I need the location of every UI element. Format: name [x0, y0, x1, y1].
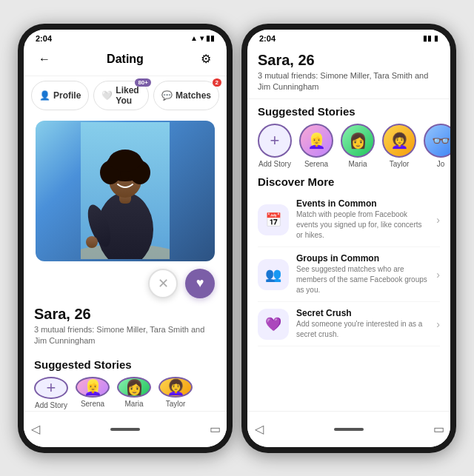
battery-icon: ▮▮	[206, 34, 215, 42]
profile-name-2: Sara, 26	[258, 52, 440, 69]
taylor-label: Taylor	[166, 400, 186, 408]
discover-secret-crush[interactable]: 💜 Secret Crush Add someone you're intere…	[258, 302, 440, 346]
jo-avatar-2: 👓	[424, 124, 450, 158]
groups-icon: 👥	[265, 267, 281, 283]
groups-icon-wrap: 👥	[258, 259, 289, 290]
back-button[interactable]: ←	[34, 49, 55, 70]
taylor-avatar: 👩‍🦱	[158, 377, 193, 398]
nav-square-2[interactable]: ▭	[427, 418, 450, 441]
story-maria[interactable]: 👩 Maria	[117, 377, 151, 407]
maria-label-2: Maria	[348, 160, 367, 168]
nav-back-2[interactable]: ◁	[247, 418, 271, 441]
events-desc: Match with people from Facebook events y…	[296, 209, 429, 241]
discover-events[interactable]: 📅 Events in Common Match with people fro…	[258, 192, 440, 247]
add-story-icon-2: +	[258, 124, 292, 158]
groups-text: Groups in Common See suggested matches w…	[296, 253, 429, 295]
signal-icon: ▲	[190, 34, 198, 42]
nav-bar-1: ◁ ▭	[24, 411, 227, 447]
serena-avatar-2: 👱‍♀️	[299, 124, 333, 158]
add-story-label: Add Story	[35, 401, 67, 409]
events-title: Events in Common	[296, 198, 429, 209]
nav-home-2[interactable]	[334, 428, 364, 431]
jo-label-2: Jo	[437, 160, 445, 168]
secret-crush-title: Secret Crush	[296, 308, 429, 318]
tab-profile[interactable]: 👤 Profile	[31, 81, 89, 110]
story-add-2[interactable]: + Add Story	[258, 124, 292, 168]
secret-crush-icon-wrap: 💜	[258, 309, 289, 340]
phone-2: 2:04 ▮▮ ▮ Sara, 26 3 mutual friends: Sim…	[241, 24, 456, 453]
groups-arrow: ›	[436, 269, 440, 281]
time-2: 2:04	[259, 34, 276, 43]
events-text: Events in Common Match with people from …	[296, 198, 429, 241]
matches-icon: 💬	[161, 90, 173, 101]
svg-point-10	[128, 176, 133, 181]
events-arrow: ›	[436, 214, 440, 226]
svg-point-9	[118, 176, 122, 181]
stories-section-title-1: Suggested Stories	[24, 352, 227, 374]
story-add[interactable]: + Add Story	[34, 377, 68, 407]
add-story-label-2: Add Story	[258, 160, 291, 168]
story-jo-2[interactable]: 👓 Jo	[424, 124, 450, 168]
like-button[interactable]: ♥	[185, 269, 215, 298]
nav-back-1[interactable]: ◁	[24, 418, 47, 441]
maria-label: Maria	[124, 400, 143, 408]
settings-button[interactable]: ⚙	[196, 49, 216, 70]
secret-crush-desc: Add someone you're interested in as a se…	[296, 319, 429, 340]
profile-info-2: Sara, 26 3 mutual friends: Simone Miller…	[247, 44, 450, 100]
taylor-label-2: Taylor	[390, 160, 410, 168]
dislike-button[interactable]: ✕	[148, 269, 178, 298]
action-buttons: ✕ ♥	[24, 264, 227, 303]
spacer-2	[247, 351, 450, 410]
liked-badge: 80+	[135, 78, 151, 87]
serena-label: Serena	[81, 400, 104, 408]
profile-photo	[36, 121, 215, 261]
phone-1-screen: 2:04 ▲ ▾ ▮▮ ← Dating ⚙ 👤	[24, 30, 227, 447]
discover-title: Discover More	[258, 175, 440, 188]
photo-placeholder	[36, 121, 215, 261]
matches-badge: 2	[213, 78, 221, 87]
stories-row-2: + Add Story 👱‍♀️ Serena 👩 Maria 👩‍🦱 Tayl…	[247, 121, 450, 171]
profile-name-1: Sara, 26	[34, 306, 216, 323]
serena-label-2: Serena	[304, 160, 328, 168]
discover-section: Discover More 📅 Events in Common Match w…	[247, 171, 450, 351]
header-1: ← Dating ⚙	[24, 44, 227, 76]
profile-info-1: Sara, 26 3 mutual friends: Simone Miller…	[24, 303, 227, 353]
liked-icon: 🤍	[101, 90, 113, 101]
stories-section-title-2: Suggested Stories	[247, 99, 450, 121]
nav-square-1[interactable]: ▭	[203, 418, 227, 441]
story-maria-2[interactable]: 👩 Maria	[341, 124, 375, 168]
tab-liked-you[interactable]: 🤍 Liked You 80+	[93, 81, 149, 110]
story-taylor[interactable]: 👩‍🦱 Taylor	[158, 377, 193, 407]
groups-title: Groups in Common	[296, 253, 429, 264]
profile-friends-1: 3 mutual friends: Simone Miller, Tara Sm…	[34, 324, 216, 347]
tab-matches[interactable]: 💬 Matches 2	[153, 81, 219, 110]
tab-matches-label: Matches	[176, 90, 211, 101]
tab-liked-label: Liked You	[116, 85, 141, 106]
time-1: 2:04	[36, 34, 52, 43]
status-bar-2: 2:04 ▮▮ ▮	[247, 30, 450, 44]
discover-groups[interactable]: 👥 Groups in Common See suggested matches…	[258, 247, 440, 302]
story-taylor-2[interactable]: 👩‍🦱 Taylor	[382, 124, 416, 168]
groups-desc: See suggested matches who are members of…	[296, 264, 429, 295]
person-svg	[81, 122, 170, 259]
secret-crush-text: Secret Crush Add someone you're interest…	[296, 308, 429, 340]
tab-profile-label: Profile	[53, 90, 81, 101]
secret-crush-arrow: ›	[436, 318, 440, 330]
nav-home-1[interactable]	[110, 428, 140, 431]
story-serena-2[interactable]: 👱‍♀️ Serena	[299, 124, 333, 168]
add-story-icon: +	[34, 377, 68, 399]
secret-crush-icon: 💜	[265, 316, 281, 332]
tabs: 👤 Profile 🤍 Liked You 80+ 💬 Matches 2	[24, 76, 227, 115]
header-title: Dating	[107, 53, 144, 66]
profile-icon: 👤	[39, 90, 50, 101]
events-icon: 📅	[265, 212, 281, 228]
svg-point-8	[109, 150, 141, 172]
battery-icon-2: ▮▮ ▮	[423, 34, 438, 42]
phone-2-screen: 2:04 ▮▮ ▮ Sara, 26 3 mutual friends: Sim…	[247, 30, 450, 447]
taylor-avatar-2: 👩‍🦱	[382, 124, 416, 158]
svg-point-12	[86, 236, 98, 248]
phone-1: 2:04 ▲ ▾ ▮▮ ← Dating ⚙ 👤	[18, 24, 233, 453]
nav-bar-2: ◁ ▭	[247, 411, 450, 447]
story-serena[interactable]: 👱‍♀️ Serena	[76, 377, 110, 407]
maria-avatar: 👩	[117, 377, 151, 398]
